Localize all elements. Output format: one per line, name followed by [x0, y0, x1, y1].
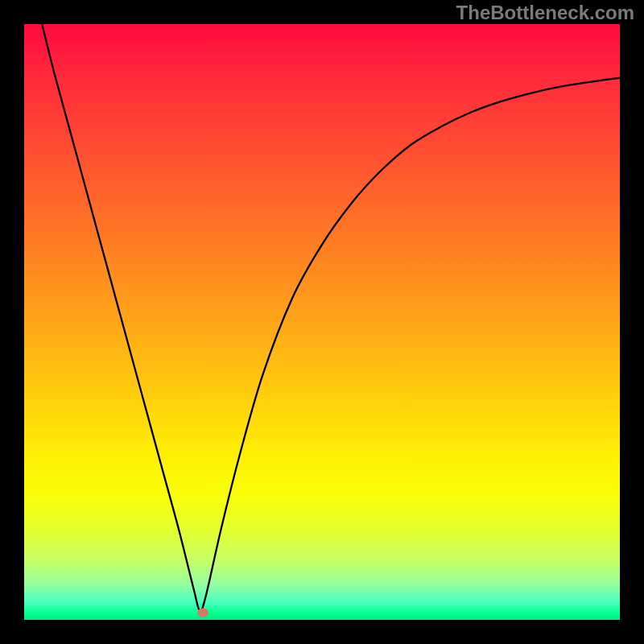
optimal-point-marker: [197, 609, 208, 617]
watermark-text: TheBottleneck.com: [456, 2, 634, 24]
bottleneck-curve: [42, 24, 620, 611]
chart-svg: [24, 24, 620, 620]
plot-area: [24, 24, 620, 620]
chart-container: TheBottleneck.com: [0, 0, 644, 644]
